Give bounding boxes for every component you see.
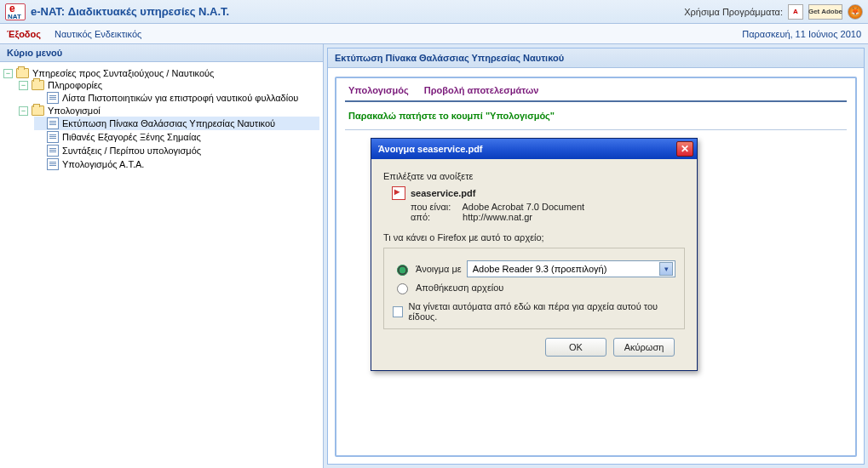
dialog-file-type: που είναι: Adobe Acrobat 7.0 Document — [411, 202, 685, 212]
sidebar: Κύριο μενού − Υπηρεσίες προς Συνταξιούχο… — [0, 44, 324, 468]
current-date: Παρασκευή, 11 Ιούνιος 2010 — [742, 29, 861, 39]
collapse-icon[interactable]: − — [19, 81, 28, 90]
sidebar-title: Κύριο μενού — [0, 44, 323, 62]
folder-open-icon — [32, 106, 44, 116]
open-with-select[interactable]: Adobe Reader 9.3 (προεπιλογή) ▾ — [467, 260, 675, 277]
document-icon — [47, 117, 59, 129]
tree-calcs[interactable]: − Υπολογισμοί — [19, 105, 319, 117]
tab-row: Υπολογισμός Προβολή αποτελεσμάτων — [336, 78, 855, 100]
open-with-row[interactable]: Άνοιγμα με Adobe Reader 9.3 (προεπιλογή)… — [393, 260, 675, 277]
app-title: e-NAT: Διαδικτυακές υπηρεσίες Ν.Α.Τ. — [31, 5, 229, 18]
pdf-icon — [392, 186, 405, 200]
firefox-icon[interactable]: 🦊 — [848, 4, 863, 20]
tree-info[interactable]: − Πληροφορίες — [19, 79, 319, 91]
tree-foreign[interactable]: Πιθανές Εξαγορές Ξένης Σημαίας — [34, 130, 319, 144]
dialog-titlebar[interactable]: Άνοιγμα seaservice.pdf ✕ — [371, 139, 697, 159]
content-panel: Εκτύπωση Πίνακα Θαλάσσιας Υπηρεσίας Ναυτ… — [327, 48, 865, 465]
instruction-message: Παρακαλώ πατήστε το κουμπί "Υπολογισμός" — [336, 102, 855, 129]
nav-tree: − Υπηρεσίες προς Συνταξιούχους / Ναυτικο… — [0, 62, 323, 468]
dialog-type-value: Adobe Acrobat 7.0 Document — [462, 202, 584, 212]
brand: eNAT e-NAT: Διαδικτυακές υπηρεσίες Ν.Α.Τ… — [5, 3, 229, 20]
collapse-icon[interactable]: − — [19, 106, 28, 116]
tree-seaservice-label[interactable]: Εκτύπωση Πίνακα Θαλάσσιας Υπηρεσίας Ναυτ… — [62, 118, 275, 128]
folder-open-icon — [32, 80, 44, 90]
ok-button-label: OK — [569, 342, 583, 352]
dialog-type-label: που είναι: — [411, 202, 460, 212]
chevron-down-icon[interactable]: ▾ — [659, 262, 673, 276]
separator — [345, 129, 847, 130]
main-layout: Κύριο μενού − Υπηρεσίες προς Συνταξιούχο… — [0, 44, 868, 468]
tree-pension[interactable]: Συντάξεις / Περίπου υπολογισμός — [34, 144, 319, 157]
panel-body: Υπολογισμός Προβολή αποτελεσμάτων Παρακα… — [328, 68, 864, 464]
dialog-file-from: από: http://www.nat.gr — [411, 212, 685, 222]
tree-pension-label[interactable]: Συντάξεις / Περίπου υπολογισμός — [62, 146, 201, 156]
dialog-from-label: από: — [411, 212, 460, 222]
tree-info-label[interactable]: Πληροφορίες — [48, 80, 102, 90]
tab-results[interactable]: Προβολή αποτελεσμάτων — [424, 85, 539, 95]
enat-logo-icon: eNAT — [5, 3, 26, 20]
save-file-row[interactable]: Αποθήκευση αρχείου — [393, 281, 675, 294]
remember-row[interactable]: Να γίνεται αυτόματα από εδώ και πέρα για… — [393, 301, 675, 322]
remember-label: Να γίνεται αυτόματα από εδώ και πέρα για… — [408, 301, 675, 322]
document-icon — [47, 131, 59, 143]
close-icon[interactable]: ✕ — [676, 141, 693, 157]
exit-link[interactable]: Έξοδος — [7, 29, 41, 39]
document-icon — [47, 158, 59, 170]
useful-programs-label: Χρήσιμα Προγράμματα: — [684, 7, 783, 17]
save-file-radio[interactable] — [397, 283, 408, 294]
nav-user[interactable]: Ναυτικός Ενδεικτικός — [55, 29, 141, 39]
dialog-filename: seaservice.pdf — [411, 188, 475, 198]
dialog-file-row: seaservice.pdf — [392, 186, 685, 200]
dialog-buttons: OK Ακύρωση — [383, 329, 685, 360]
document-icon — [47, 92, 59, 104]
header-right: Χρήσιμα Προγράμματα: A Get Adobe 🦊 — [684, 4, 863, 20]
panel-title: Εκτύπωση Πίνακα Θαλάσσιας Υπηρεσίας Ναυτ… — [328, 49, 864, 68]
dialog-action-group: Άνοιγμα με Adobe Reader 9.3 (προεπιλογή)… — [383, 248, 685, 329]
tree-calcs-label[interactable]: Υπολογισμοί — [48, 106, 101, 116]
dialog-question: Τι να κάνει ο Firefox με αυτό το αρχείο; — [383, 232, 685, 243]
tree-root[interactable]: − Υπηρεσίες προς Συνταξιούχους / Ναυτικο… — [3, 67, 319, 79]
ok-button[interactable]: OK — [545, 338, 606, 357]
save-file-label: Αποθήκευση αρχείου — [416, 283, 503, 293]
adobe-reader-icon[interactable]: Get Adobe — [808, 4, 842, 20]
tree-ata-label[interactable]: Υπολογισμός Α.Τ.Α. — [62, 159, 144, 169]
menubar: Έξοδος Ναυτικός Ενδεικτικός Παρασκευή, 1… — [0, 24, 868, 44]
open-with-app: Adobe Reader 9.3 (προεπιλογή) — [473, 264, 607, 274]
dialog-youchose: Επιλέξατε να ανοίξετε — [383, 171, 685, 181]
folder-open-icon — [16, 68, 29, 78]
tree-foreign-label[interactable]: Πιθανές Εξαγορές Ξένης Σημαίας — [62, 132, 201, 142]
app-header: eNAT e-NAT: Διαδικτυακές υπηρεσίες Ν.Α.Τ… — [0, 0, 868, 24]
remember-checkbox[interactable] — [393, 306, 403, 317]
open-with-label: Άνοιγμα με — [416, 264, 462, 274]
tree-root-label[interactable]: Υπηρεσίες προς Συνταξιούχους / Ναυτικούς — [32, 68, 214, 78]
download-dialog: Άνοιγμα seaservice.pdf ✕ Επιλέξατε να αν… — [371, 138, 698, 371]
collapse-icon[interactable]: − — [3, 69, 13, 78]
adobe-icon[interactable]: A — [788, 4, 803, 20]
dialog-from-value: http://www.nat.gr — [463, 212, 532, 222]
tree-cert[interactable]: Λίστα Πιστοποιητικών για επιστροφή ναυτι… — [34, 91, 319, 105]
dialog-body: Επιλέξατε να ανοίξετε seaservice.pdf που… — [371, 159, 697, 370]
tree-ata[interactable]: Υπολογισμός Α.Τ.Α. — [34, 157, 319, 171]
document-icon — [47, 145, 59, 157]
tab-calc[interactable]: Υπολογισμός — [348, 85, 409, 95]
tree-cert-label[interactable]: Λίστα Πιστοποιητικών για επιστροφή ναυτι… — [62, 93, 298, 103]
dialog-title: Άνοιγμα seaservice.pdf — [378, 144, 483, 154]
cancel-button[interactable]: Ακύρωση — [613, 338, 675, 357]
open-with-radio[interactable] — [397, 265, 408, 276]
content-area: Εκτύπωση Πίνακα Θαλάσσιας Υπηρεσίας Ναυτ… — [324, 44, 868, 468]
tree-seaservice[interactable]: Εκτύπωση Πίνακα Θαλάσσιας Υπηρεσίας Ναυτ… — [34, 117, 319, 130]
cancel-button-label: Ακύρωση — [624, 342, 664, 352]
